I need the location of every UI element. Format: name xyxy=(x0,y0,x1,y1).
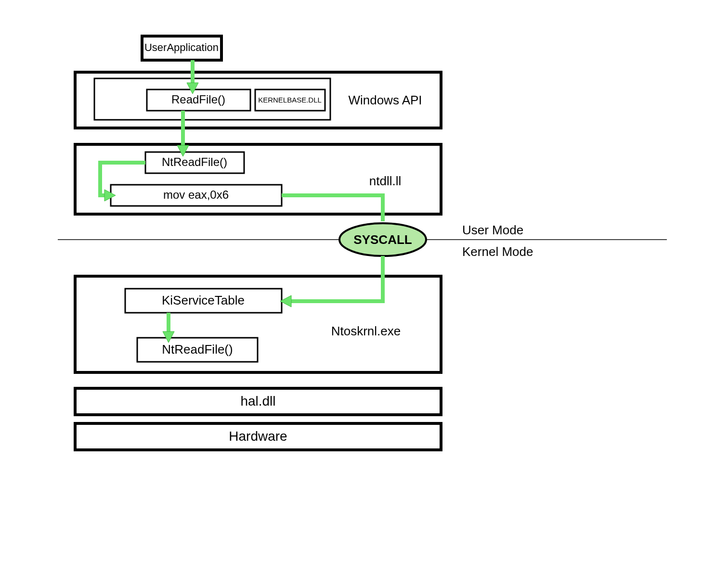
readfile-label: ReadFile() xyxy=(171,93,225,106)
ntdll-label: ntdll.ll xyxy=(369,174,401,188)
haldll-label: hal.dll xyxy=(240,394,275,408)
kiservicetable-label: KiServiceTable xyxy=(162,293,245,307)
ntoskrnl-label: Ntoskrnl.exe xyxy=(331,324,401,338)
user-application-label: UserApplication xyxy=(144,41,219,53)
hardware-label: Hardware xyxy=(229,429,287,444)
kernelbase-label: KERNELBASE.DLL xyxy=(258,96,322,104)
windows-api-label: Windows API xyxy=(348,93,422,107)
ntreadfile-ntdll-label: NtReadFile() xyxy=(162,155,227,168)
syscall-label: SYSCALL xyxy=(353,232,412,247)
ntreadfile-kernel-label: NtReadFile() xyxy=(162,342,233,357)
mov-eax-label: mov eax,0x6 xyxy=(163,188,229,201)
user-mode-label: User Mode xyxy=(462,223,523,237)
kernel-mode-label: Kernel Mode xyxy=(462,244,533,259)
